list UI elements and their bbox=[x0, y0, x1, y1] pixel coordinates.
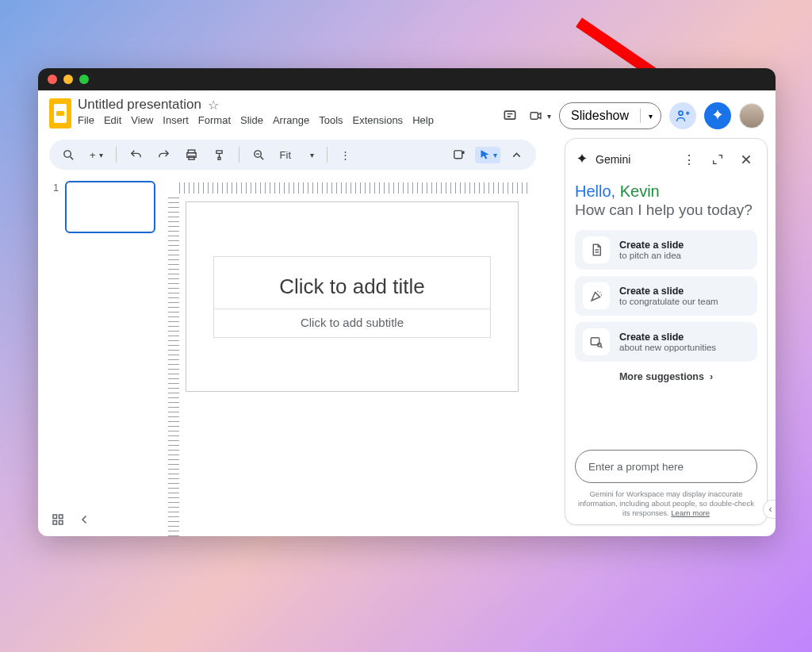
undo-button[interactable] bbox=[124, 145, 147, 165]
svg-point-4 bbox=[679, 111, 683, 115]
menu-slide[interactable]: Slide bbox=[240, 114, 263, 126]
slides-logo[interactable] bbox=[49, 98, 71, 128]
menu-edit[interactable]: Edit bbox=[104, 114, 121, 126]
share-button[interactable] bbox=[669, 102, 696, 129]
slideshow-dropdown[interactable]: ▾ bbox=[641, 112, 661, 121]
app-window: Untitled presentation ☆ File Edit View I… bbox=[38, 68, 776, 536]
gemini-spark-icon bbox=[575, 152, 589, 167]
menu-file[interactable]: File bbox=[78, 114, 94, 126]
menu-extensions[interactable]: Extensions bbox=[353, 114, 404, 126]
card-title: Create a slide bbox=[619, 332, 716, 343]
gemini-hello: Hello, bbox=[575, 182, 615, 200]
svg-point-5 bbox=[64, 150, 71, 157]
gemini-subtitle: How can I help you today? bbox=[575, 201, 757, 219]
menu-help[interactable]: Help bbox=[412, 114, 434, 126]
window-zoom[interactable] bbox=[79, 75, 89, 84]
card-desc: to congratulate our team bbox=[619, 297, 718, 306]
search-image-icon bbox=[583, 328, 610, 355]
zoom-label: Fit bbox=[280, 149, 291, 161]
card-desc: about new opportunities bbox=[619, 343, 716, 352]
header: Untitled presentation ☆ File Edit View I… bbox=[38, 90, 776, 135]
menu-arrange[interactable]: Arrange bbox=[273, 114, 309, 126]
gemini-name: Kevin bbox=[620, 182, 660, 200]
insert-template-button[interactable] bbox=[447, 145, 470, 165]
gemini-title: Gemini bbox=[596, 153, 630, 166]
search-menus-button[interactable] bbox=[57, 145, 80, 165]
slideshow-label: Slideshow bbox=[560, 109, 641, 123]
svg-rect-11 bbox=[454, 150, 462, 158]
menu-tools[interactable]: Tools bbox=[319, 114, 343, 126]
svg-rect-9 bbox=[218, 157, 220, 159]
svg-rect-2 bbox=[504, 111, 515, 119]
slide-thumbnail-panel: 1 bbox=[49, 170, 168, 536]
comments-icon[interactable] bbox=[499, 105, 521, 127]
celebrate-icon bbox=[583, 282, 610, 309]
more-tools-button[interactable]: ⋮ bbox=[335, 146, 355, 164]
gemini-suggestion-congrats[interactable]: Create a slide to congratulate our team bbox=[575, 276, 757, 316]
menu-format[interactable]: Format bbox=[198, 114, 231, 126]
gemini-prompt-input[interactable]: Enter a prompt here bbox=[575, 450, 757, 483]
title-placeholder-box[interactable]: Click to add title Click to add subtitle bbox=[213, 256, 491, 338]
gemini-more-suggestions[interactable]: More suggestions › bbox=[575, 371, 757, 382]
chevron-right-icon: › bbox=[710, 371, 713, 382]
svg-rect-14 bbox=[53, 515, 57, 519]
account-avatar[interactable] bbox=[739, 103, 764, 128]
card-title: Create a slide bbox=[619, 240, 684, 251]
print-button[interactable] bbox=[180, 145, 203, 165]
meet-present-button[interactable]: ▾ bbox=[529, 105, 551, 127]
thumb-number: 1 bbox=[49, 181, 59, 233]
collapse-toolbar-button[interactable] bbox=[505, 145, 528, 165]
title-placeholder[interactable]: Click to add title bbox=[214, 257, 490, 309]
subtitle-placeholder[interactable]: Click to add subtitle bbox=[214, 309, 490, 337]
ruler-vertical bbox=[168, 194, 179, 536]
svg-rect-17 bbox=[59, 521, 63, 525]
gemini-expand-icon[interactable] bbox=[707, 148, 729, 171]
grid-view-icon[interactable] bbox=[51, 512, 65, 527]
redo-button[interactable] bbox=[152, 145, 175, 165]
card-title: Create a slide bbox=[619, 286, 718, 297]
gemini-learn-more-link[interactable]: Learn more bbox=[671, 508, 710, 517]
gemini-suggestion-opportunity[interactable]: Create a slide about new opportunities bbox=[575, 322, 757, 362]
slide-canvas[interactable]: Click to add title Click to add subtitle bbox=[186, 201, 519, 392]
gemini-suggestion-pitch[interactable]: Create a slide to pitch an idea bbox=[575, 230, 757, 270]
paint-format-button[interactable] bbox=[208, 145, 231, 165]
svg-rect-16 bbox=[53, 521, 57, 525]
window-minimize[interactable] bbox=[63, 75, 73, 84]
gemini-button[interactable] bbox=[704, 102, 731, 129]
gemini-more-icon[interactable]: ⋮ bbox=[678, 148, 700, 171]
card-desc: to pitch an idea bbox=[619, 251, 684, 260]
gemini-prompt-placeholder: Enter a prompt here bbox=[588, 461, 684, 473]
gemini-panel: Gemini ⋮ Hello, Kevin How can I help you… bbox=[565, 138, 768, 525]
slide-thumbnail[interactable] bbox=[65, 181, 155, 233]
svg-rect-8 bbox=[189, 155, 194, 159]
zoom-minus-button[interactable] bbox=[247, 145, 270, 165]
menu-view[interactable]: View bbox=[131, 114, 153, 126]
svg-rect-15 bbox=[59, 515, 63, 519]
toolbar: +▾ Fit▾ ⋮ ▾ bbox=[49, 140, 536, 170]
menubar: File Edit View Insert Format Slide Arran… bbox=[78, 114, 434, 126]
collapse-filmstrip-icon[interactable] bbox=[78, 512, 92, 527]
new-slide-button[interactable]: +▾ bbox=[85, 146, 108, 164]
pointer-tool-button[interactable]: ▾ bbox=[475, 147, 500, 163]
zoom-select[interactable]: Fit▾ bbox=[275, 148, 319, 163]
canvas-area: Click to add title Click to add subtitle bbox=[168, 170, 533, 536]
menu-insert[interactable]: Insert bbox=[163, 114, 189, 126]
svg-rect-3 bbox=[530, 113, 538, 120]
ruler-horizontal bbox=[179, 182, 528, 194]
window-titlebar bbox=[38, 68, 776, 90]
slideshow-button[interactable]: Slideshow ▾ bbox=[559, 102, 661, 129]
document-icon bbox=[583, 236, 610, 263]
gemini-footer: Gemini for Workspace may display inaccur… bbox=[578, 489, 754, 518]
star-icon[interactable]: ☆ bbox=[208, 98, 219, 113]
window-close[interactable] bbox=[48, 75, 57, 84]
gemini-close-icon[interactable] bbox=[735, 148, 757, 171]
doc-title[interactable]: Untitled presentation bbox=[78, 97, 201, 113]
